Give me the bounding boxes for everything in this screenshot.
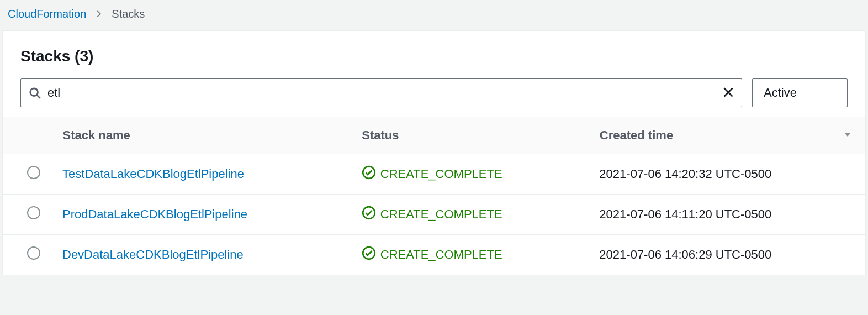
table-row: DevDataLakeCDKBlogEtlPipeline CREATE_COM… xyxy=(3,235,865,275)
page-title: Stacks (3) xyxy=(20,48,848,65)
stacks-tbody: TestDataLakeCDKBlogEtlPipeline CREATE_CO… xyxy=(3,154,865,275)
chevron-right-icon xyxy=(95,8,103,20)
breadcrumb-service-link[interactable]: CloudFormation xyxy=(8,8,86,20)
breadcrumb-current: Stacks xyxy=(112,8,145,20)
created-time-cell: 2021-07-06 14:06:29 UTC-0500 xyxy=(584,235,865,275)
close-icon xyxy=(723,87,734,99)
status-text: CREATE_COMPLETE xyxy=(380,167,502,181)
col-created-time[interactable]: Created time xyxy=(584,117,865,154)
filter-row: Active xyxy=(3,78,865,117)
table-row: ProdDataLakeCDKBlogEtlPipeline CREATE_CO… xyxy=(3,195,865,235)
status-filter-value: Active xyxy=(764,86,797,100)
page-title-text: Stacks xyxy=(20,48,70,65)
success-check-icon xyxy=(362,206,376,223)
created-time-cell: 2021-07-06 14:20:32 UTC-0500 xyxy=(584,154,865,195)
created-time-cell: 2021-07-06 14:11:20 UTC-0500 xyxy=(584,195,865,235)
col-created-time-label: Created time xyxy=(600,128,673,142)
status-badge: CREATE_COMPLETE xyxy=(362,165,569,183)
stacks-panel: Stacks (3) Active xyxy=(2,30,866,275)
svg-point-0 xyxy=(30,88,38,96)
row-select-radio[interactable] xyxy=(27,166,40,179)
search-icon xyxy=(29,87,41,99)
col-select xyxy=(3,117,47,154)
status-filter-select[interactable]: Active xyxy=(752,78,848,107)
page-title-count: (3) xyxy=(75,48,93,65)
status-text: CREATE_COMPLETE xyxy=(380,207,502,222)
panel-header: Stacks (3) xyxy=(3,31,865,78)
status-badge: CREATE_COMPLETE xyxy=(362,206,569,223)
table-row: TestDataLakeCDKBlogEtlPipeline CREATE_CO… xyxy=(3,154,865,195)
stack-name-link[interactable]: DevDataLakeCDKBlogEtlPipeline xyxy=(62,248,244,261)
clear-search-button[interactable] xyxy=(715,79,742,107)
success-check-icon xyxy=(362,246,376,264)
sort-desc-icon xyxy=(843,128,852,143)
search-wrapper xyxy=(20,78,742,107)
stack-name-link[interactable]: ProdDataLakeCDKBlogEtlPipeline xyxy=(62,207,247,221)
breadcrumb: CloudFormation Stacks xyxy=(0,0,868,28)
row-select-radio[interactable] xyxy=(27,206,40,219)
row-select-radio[interactable] xyxy=(27,246,40,260)
search-input[interactable] xyxy=(47,79,715,107)
stack-name-link[interactable]: TestDataLakeCDKBlogEtlPipeline xyxy=(62,167,244,181)
status-text: CREATE_COMPLETE xyxy=(380,248,502,262)
status-badge: CREATE_COMPLETE xyxy=(362,246,569,264)
col-stack-name[interactable]: Stack name xyxy=(47,117,346,154)
stacks-table: Stack name Status Created time TestDataL… xyxy=(3,117,865,275)
success-check-icon xyxy=(362,165,376,183)
col-status[interactable]: Status xyxy=(346,117,584,154)
